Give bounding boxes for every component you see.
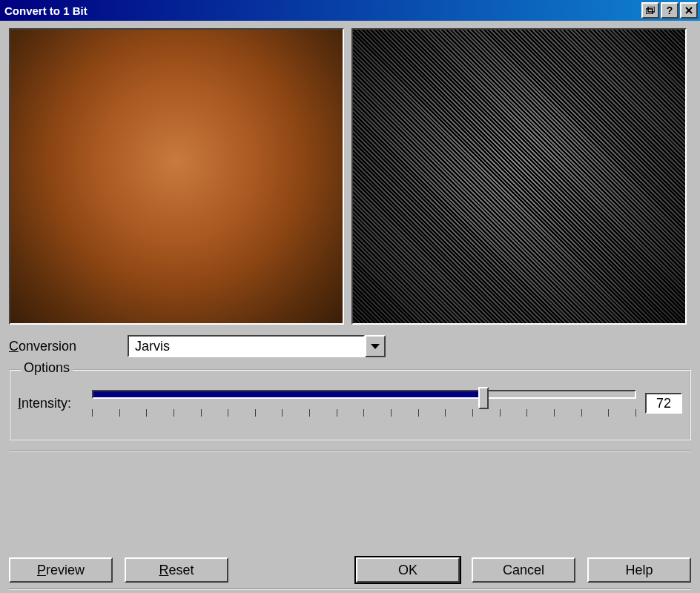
conversion-label: Conversion bbox=[9, 339, 128, 354]
reset-button[interactable]: Reset bbox=[125, 557, 228, 583]
slider-ticks bbox=[92, 409, 636, 418]
conversion-row: Conversion bbox=[9, 335, 691, 357]
ok-button[interactable]: OK bbox=[356, 557, 460, 583]
separator bbox=[9, 451, 691, 452]
intensity-value[interactable] bbox=[645, 393, 682, 414]
restore-button[interactable] bbox=[641, 2, 659, 19]
help-button[interactable]: ? bbox=[661, 2, 678, 19]
window-buttons: ? bbox=[641, 2, 698, 19]
dropdown-icon[interactable] bbox=[365, 335, 386, 357]
slider-fill bbox=[93, 391, 485, 397]
title-bar: Convert to 1 Bit ? bbox=[0, 0, 700, 21]
help-action-button[interactable]: Help bbox=[587, 557, 691, 583]
conversion-input[interactable] bbox=[128, 335, 365, 357]
window-title: Convert to 1 Bit bbox=[4, 4, 88, 17]
conversion-combo[interactable] bbox=[128, 335, 386, 357]
cancel-button[interactable]: Cancel bbox=[472, 557, 575, 583]
close-button[interactable] bbox=[680, 2, 698, 19]
preview-button[interactable]: Preview bbox=[9, 557, 113, 583]
intensity-label: Intensity: bbox=[18, 396, 92, 411]
slider-thumb[interactable] bbox=[478, 387, 489, 409]
intensity-slider[interactable] bbox=[92, 384, 636, 423]
preview-area bbox=[9, 28, 691, 325]
preview-converted bbox=[351, 28, 687, 325]
bottom-separator bbox=[9, 589, 691, 590]
preview-original bbox=[9, 28, 344, 325]
options-group-title: Options bbox=[21, 360, 73, 376]
button-row: Preview Reset OK Cancel Help bbox=[9, 557, 691, 583]
options-group: Options Intensity: bbox=[9, 369, 691, 440]
intensity-row: Intensity: bbox=[18, 384, 682, 423]
